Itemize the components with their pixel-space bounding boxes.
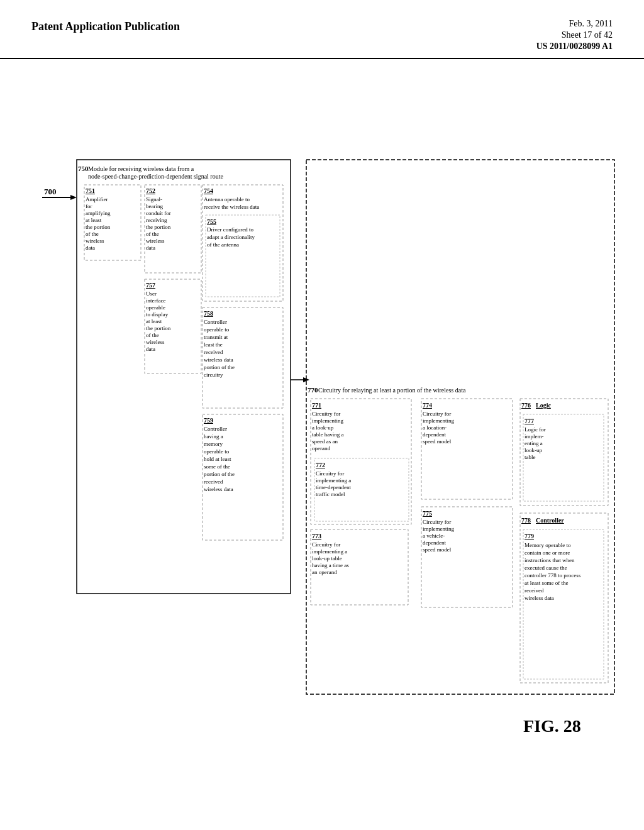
svg-text:the portion: the portion xyxy=(146,325,171,331)
module-title: Module for receiving wireless data from … xyxy=(88,165,194,172)
svg-text:received: received xyxy=(204,349,223,355)
svg-text:received: received xyxy=(525,587,544,594)
svg-text:instructions that when: instructions that when xyxy=(525,557,575,563)
label-778: 778 xyxy=(521,517,531,524)
svg-text:wireless: wireless xyxy=(146,238,165,244)
header-right: Feb. 3, 2011 Sheet 17 of 42 US 2011/0028… xyxy=(536,19,613,52)
svg-marker-1 xyxy=(70,195,77,200)
svg-text:transmit at: transmit at xyxy=(204,334,228,340)
svg-text:adapt a directionality: adapt a directionality xyxy=(207,234,255,240)
svg-text:amplifying: amplifying xyxy=(86,210,111,216)
svg-text:controller 778 to process: controller 778 to process xyxy=(525,572,581,578)
svg-text:time-dependent: time-dependent xyxy=(316,484,351,490)
svg-text:at least: at least xyxy=(146,318,162,324)
svg-text:Amplifier: Amplifier xyxy=(86,196,108,202)
svg-text:least the: least the xyxy=(204,341,223,348)
svg-text:received: received xyxy=(204,479,223,485)
svg-text:of the: of the xyxy=(146,332,159,338)
svg-text:speed model: speed model xyxy=(423,546,452,553)
svg-text:Signal-: Signal- xyxy=(146,196,162,202)
svg-text:having a: having a xyxy=(204,433,223,440)
svg-text:speed as an: speed as an xyxy=(312,438,338,445)
svg-text:implementing: implementing xyxy=(312,418,343,424)
label-770: 770 xyxy=(308,386,318,394)
svg-text:the portion: the portion xyxy=(146,224,171,230)
label-777: 777 xyxy=(525,418,534,424)
svg-text:Antenna operable to: Antenna operable to xyxy=(204,196,250,202)
svg-text:to display: to display xyxy=(146,311,169,318)
svg-text:wireless data: wireless data xyxy=(525,595,554,601)
svg-text:dependent: dependent xyxy=(423,431,446,438)
svg-text:at least some of the: at least some of the xyxy=(525,580,568,586)
label-757: 757 xyxy=(146,282,155,289)
ref-700: 700 xyxy=(44,187,57,196)
svg-text:Circuitry for: Circuitry for xyxy=(423,411,451,417)
svg-text:operable: operable xyxy=(146,304,165,311)
svg-text:Circuitry for: Circuitry for xyxy=(316,470,344,477)
svg-text:Circuitry for: Circuitry for xyxy=(423,519,451,525)
svg-text:operable to: operable to xyxy=(204,326,230,333)
svg-text:a location-: a location- xyxy=(423,424,447,431)
svg-text:interface: interface xyxy=(146,297,165,304)
svg-text:User: User xyxy=(146,290,157,297)
svg-text:look-up table: look-up table xyxy=(312,555,342,562)
svg-text:look-up: look-up xyxy=(525,447,542,453)
svg-text:Driver configured to: Driver configured to xyxy=(207,226,253,233)
page: Patent Application Publication Feb. 3, 2… xyxy=(0,0,644,807)
svg-text:having a time as: having a time as xyxy=(312,562,349,568)
label-755: 755 xyxy=(207,218,216,225)
svg-text:Controller: Controller xyxy=(204,319,227,325)
publication-date: Feb. 3, 2011 xyxy=(569,19,613,29)
label-779: 779 xyxy=(525,533,534,540)
svg-text:implementing a: implementing a xyxy=(316,477,351,484)
label-752: 752 xyxy=(146,187,155,194)
svg-text:operable to: operable to xyxy=(204,448,230,455)
svg-text:Memory operable to: Memory operable to xyxy=(525,542,571,548)
svg-text:table having a: table having a xyxy=(312,431,343,438)
svg-text:receiving: receiving xyxy=(146,217,167,223)
svg-text:implementing: implementing xyxy=(423,418,454,424)
svg-text:table: table xyxy=(525,454,536,460)
svg-text:implementing: implementing xyxy=(423,526,454,532)
svg-text:traffic model: traffic model xyxy=(316,491,345,497)
svg-text:of the: of the xyxy=(146,231,159,237)
publication-title-text: Patent Application Publication xyxy=(31,20,180,33)
svg-text:enting a: enting a xyxy=(525,440,543,446)
svg-text:a vehicle-: a vehicle- xyxy=(423,533,445,539)
svg-text:portion of the: portion of the xyxy=(204,364,235,370)
svg-text:of the antenna: of the antenna xyxy=(207,241,239,248)
label-759: 759 xyxy=(204,417,213,424)
svg-text:circuitry: circuitry xyxy=(204,372,223,378)
svg-text:implementing a: implementing a xyxy=(312,548,347,555)
svg-text:portion of the: portion of the xyxy=(204,471,235,477)
svg-text:data: data xyxy=(146,346,155,352)
svg-text:Logic for: Logic for xyxy=(525,426,546,433)
svg-text:an operand: an operand xyxy=(312,569,337,575)
svg-text:receive the wireless data: receive the wireless data xyxy=(204,204,259,210)
svg-text:the portion: the portion xyxy=(86,224,111,230)
label-778-ctrl: Controller xyxy=(536,517,564,524)
label-771: 771 xyxy=(312,402,321,409)
figure-number: FIG. 28 xyxy=(523,716,581,736)
svg-text:Controller: Controller xyxy=(204,426,227,432)
page-header: Patent Application Publication Feb. 3, 2… xyxy=(0,0,644,59)
svg-text:operand: operand xyxy=(312,445,330,451)
svg-text:contain one or more: contain one or more xyxy=(525,550,570,556)
svg-text:dependent: dependent xyxy=(423,540,446,546)
svg-text:of the: of the xyxy=(86,231,99,237)
svg-text:a look-up: a look-up xyxy=(312,424,334,431)
svg-text:at least: at least xyxy=(86,217,102,223)
svg-rect-57 xyxy=(306,160,614,694)
label-776-logic: Logic xyxy=(536,402,551,409)
svg-text:wireless data: wireless data xyxy=(204,486,233,492)
svg-text:memory: memory xyxy=(204,441,223,447)
label-754: 754 xyxy=(204,187,213,194)
svg-text:Circuitry for: Circuitry for xyxy=(312,411,340,417)
svg-text:conduit for: conduit for xyxy=(146,210,171,216)
patent-number: US 2011/0028099 A1 xyxy=(536,42,613,52)
label-751: 751 xyxy=(86,187,95,194)
svg-text:wireless data: wireless data xyxy=(204,357,233,363)
svg-text:Circuitry for: Circuitry for xyxy=(312,541,340,548)
svg-text:data: data xyxy=(86,245,95,251)
publication-title: Patent Application Publication xyxy=(31,19,180,35)
